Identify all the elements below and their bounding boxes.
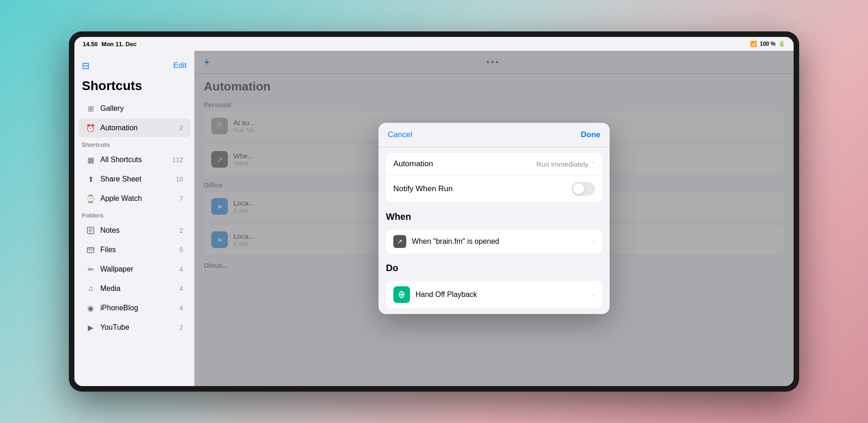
- modal-done[interactable]: Done: [581, 130, 601, 139]
- iphoneblog-badge: 4: [179, 304, 183, 312]
- battery-percentage: 100 %: [760, 41, 776, 47]
- toggle-knob: [573, 183, 584, 194]
- all-shortcuts-badge: 112: [172, 156, 183, 163]
- sidebar-item-share-sheet[interactable]: ⬆ Share Sheet 10: [78, 170, 190, 188]
- sidebar-item-files[interactable]: Files 5: [78, 241, 190, 259]
- all-shortcuts-label: All Shortcuts: [100, 156, 168, 164]
- status-time: 14.50: [83, 41, 98, 48]
- share-sheet-badge: 10: [176, 175, 183, 183]
- notify-row: Notify When Run: [386, 175, 602, 202]
- automation-value: Run Immediately ⌃: [536, 160, 595, 168]
- when-label: When "brain.fm" is opened: [412, 237, 593, 246]
- automation-label: Automation: [393, 159, 536, 169]
- media-label: Media: [100, 284, 175, 293]
- apple-watch-icon: ⌚: [86, 193, 96, 204]
- notes-label: Notes: [100, 226, 175, 235]
- automation-icon: ⏰: [86, 123, 96, 133]
- sidebar-gallery-label: Gallery: [100, 104, 183, 113]
- youtube-icon: ▶: [86, 322, 96, 332]
- sidebar-item-wallpaper[interactable]: ✏ Wallpaper 4: [78, 260, 190, 278]
- sidebar-item-gallery[interactable]: ⊞ Gallery: [78, 99, 190, 118]
- sidebar-item-iphoneblog[interactable]: ◉ iPhoneBlog 4: [78, 299, 190, 317]
- media-icon: ♫: [86, 284, 96, 294]
- sidebar-shortcuts-section-label: Shortcuts: [74, 138, 194, 150]
- do-item-label: Hand Off Playback: [416, 290, 587, 299]
- automation-run-value: Run Immediately: [536, 160, 588, 168]
- do-section-title: Do: [379, 259, 610, 275]
- gallery-icon: ⊞: [86, 103, 96, 114]
- main-area: ⊟ Edit Shortcuts ⊞ Gallery ⏰ Automation …: [74, 51, 794, 386]
- wallpaper-icon: ✏: [86, 264, 96, 274]
- notify-label: Notify When Run: [393, 184, 572, 193]
- youtube-label: YouTube: [100, 323, 175, 332]
- do-item[interactable]: Hand Off Playback ›: [386, 281, 602, 308]
- files-icon: [86, 245, 96, 255]
- when-row[interactable]: ↗ When "brain.fm" is opened ›: [386, 230, 602, 254]
- automation-settings-section: Automation Run Immediately ⌃ Notify When…: [386, 153, 602, 202]
- automation-modal: Cancel Done Automation Run Immediately ⌃: [379, 123, 610, 314]
- sidebar-item-media[interactable]: ♫ Media 4: [78, 279, 190, 298]
- files-badge: 5: [179, 246, 183, 254]
- when-section-title: When: [379, 208, 610, 224]
- sidebar-folders-section-label: Folders: [74, 208, 194, 221]
- wifi-icon: 📶: [750, 41, 757, 47]
- ipad-frame: 14.50 Mon 11. Dec 📶 100 % 🔋 ⊟ Edit: [69, 31, 799, 392]
- all-shortcuts-icon: ▦: [86, 155, 96, 165]
- share-sheet-icon: ⬆: [86, 174, 96, 184]
- files-label: Files: [100, 246, 175, 254]
- media-badge: 4: [179, 285, 183, 292]
- sidebar-automation-badge: 2: [179, 124, 183, 132]
- status-bar-left: 14.50 Mon 11. Dec: [83, 41, 136, 48]
- sidebar-icons: ⊟: [82, 60, 90, 71]
- notes-icon: [86, 225, 96, 236]
- when-app-icon: ↗: [393, 235, 406, 248]
- status-bar-right: 📶 100 % 🔋: [750, 41, 785, 47]
- content-panel: + Automation Personal: [195, 51, 794, 386]
- notes-badge: 2: [179, 227, 183, 234]
- cancel-button[interactable]: Cancel: [388, 130, 412, 139]
- apple-watch-badge: 7: [179, 195, 183, 202]
- sidebar-item-automation[interactable]: ⏰ Automation 2: [78, 119, 190, 137]
- status-bar: 14.50 Mon 11. Dec 📶 100 % 🔋: [74, 37, 794, 51]
- when-section: ↗ When "brain.fm" is opened ›: [386, 230, 602, 254]
- notify-toggle[interactable]: [572, 182, 595, 196]
- ipad-screen: 14.50 Mon 11. Dec 📶 100 % 🔋 ⊟ Edit: [74, 37, 794, 386]
- apple-watch-label: Apple Watch: [100, 194, 175, 203]
- when-chevron: ›: [593, 238, 595, 245]
- do-item-chevron: ›: [593, 291, 595, 298]
- sidebar-item-apple-watch[interactable]: ⌚ Apple Watch 7: [78, 189, 190, 208]
- iphoneblog-icon: ◉: [86, 303, 96, 313]
- automation-run-row[interactable]: Automation Run Immediately ⌃: [386, 153, 602, 175]
- edit-button[interactable]: Edit: [173, 61, 187, 70]
- sidebar-toggle-icon[interactable]: ⊟: [82, 60, 90, 71]
- iphoneblog-label: iPhoneBlog: [100, 304, 175, 312]
- youtube-badge: 2: [179, 324, 183, 331]
- modal-header: Cancel Done: [379, 123, 610, 147]
- modal-overlay: Cancel Done Automation Run Immediately ⌃: [195, 51, 794, 386]
- automation-chevron-icon: ⌃: [590, 161, 595, 167]
- sidebar-item-all-shortcuts[interactable]: ▦ All Shortcuts 112: [78, 151, 190, 169]
- sidebar-item-youtube[interactable]: ▶ YouTube 2: [78, 318, 190, 337]
- wallpaper-badge: 4: [179, 266, 183, 273]
- wallpaper-label: Wallpaper: [100, 265, 175, 273]
- sidebar-automation-label: Automation: [100, 124, 175, 132]
- status-date: Mon 11. Dec: [102, 41, 137, 48]
- sidebar-header: ⊟ Edit: [74, 56, 194, 77]
- svg-point-6: [401, 294, 403, 296]
- battery-icon: 🔋: [778, 41, 785, 47]
- sidebar-item-notes[interactable]: Notes 2: [78, 221, 190, 240]
- share-sheet-label: Share Sheet: [100, 175, 171, 183]
- sidebar-title: Shortcuts: [74, 77, 194, 99]
- do-section: Hand Off Playback ›: [386, 281, 602, 308]
- do-item-icon: [393, 286, 410, 303]
- sidebar: ⊟ Edit Shortcuts ⊞ Gallery ⏰ Automation …: [74, 51, 195, 386]
